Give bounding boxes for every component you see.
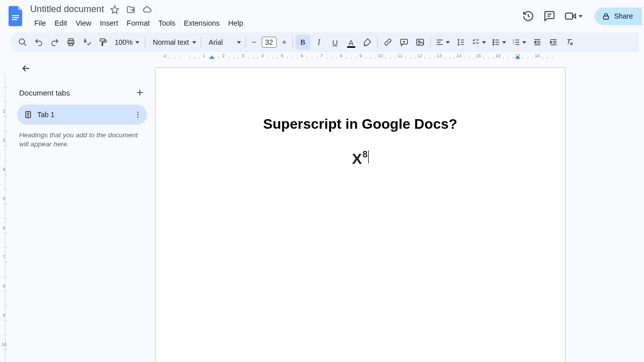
dropdown-arrow-icon bbox=[482, 41, 486, 44]
document-expression[interactable]: X8 bbox=[352, 151, 368, 166]
indent-decrease-button[interactable] bbox=[530, 35, 545, 50]
paragraph-style-select[interactable]: Normal text bbox=[148, 38, 198, 46]
underline-letter: U bbox=[332, 38, 338, 47]
collapse-sidebar-button[interactable] bbox=[17, 59, 35, 77]
sidebar: Document tabs Tab 1 Headings that you ad… bbox=[9, 52, 155, 362]
insert-image-button[interactable] bbox=[413, 35, 428, 50]
zoom-select[interactable]: 100% bbox=[112, 38, 142, 46]
right-indent-marker[interactable] bbox=[515, 55, 520, 59]
tab-more-button[interactable] bbox=[134, 111, 142, 119]
left-indent-marker[interactable] bbox=[209, 55, 214, 59]
font-size-input[interactable]: 32 bbox=[262, 37, 277, 48]
horizontal-ruler[interactable]: -2123456789101112131415161718 bbox=[155, 52, 644, 60]
checklist-button[interactable] bbox=[469, 35, 489, 50]
headings-hint-text: Headings that you add to the document wi… bbox=[17, 125, 147, 155]
font-select[interactable]: Arial bbox=[204, 38, 243, 46]
vertical-ruler: 234567891011 bbox=[0, 58, 9, 362]
font-size-value: 32 bbox=[265, 38, 273, 46]
gdocs-app-icon[interactable] bbox=[7, 5, 25, 27]
svg-point-56 bbox=[137, 116, 138, 117]
svg-rect-6 bbox=[603, 16, 608, 19]
menu-edit[interactable]: Edit bbox=[50, 18, 71, 29]
print-button[interactable] bbox=[63, 35, 78, 50]
menu-view[interactable]: View bbox=[71, 18, 95, 29]
lock-icon bbox=[602, 12, 610, 21]
menu-insert[interactable]: Insert bbox=[96, 18, 122, 29]
comments-icon[interactable] bbox=[543, 10, 555, 22]
svg-rect-2 bbox=[12, 19, 17, 20]
svg-rect-1 bbox=[12, 17, 19, 18]
menu-file[interactable]: File bbox=[30, 18, 50, 29]
clear-formatting-button[interactable] bbox=[562, 35, 577, 50]
share-button[interactable]: Share bbox=[595, 8, 642, 25]
svg-rect-0 bbox=[12, 15, 19, 16]
add-tab-button[interactable] bbox=[135, 87, 145, 98]
svg-text:2: 2 bbox=[513, 41, 515, 44]
insert-link-button[interactable] bbox=[380, 35, 395, 50]
decrease-font-button[interactable] bbox=[249, 35, 260, 50]
menu-bar: File Edit View Insert Format Tools Exten… bbox=[30, 17, 522, 30]
zoom-value: 100% bbox=[115, 38, 133, 46]
svg-point-54 bbox=[137, 112, 138, 113]
svg-point-55 bbox=[137, 114, 138, 115]
history-icon[interactable] bbox=[522, 10, 534, 22]
document-page[interactable]: Superscript in Google Docs? X8 bbox=[155, 67, 566, 362]
document-tabs-title: Document tabs bbox=[19, 88, 70, 97]
highlight-button[interactable] bbox=[360, 35, 375, 50]
expr-superscript: 8 bbox=[363, 149, 368, 160]
star-icon[interactable] bbox=[109, 4, 120, 15]
svg-point-20 bbox=[418, 41, 420, 42]
dropdown-arrow-icon bbox=[579, 15, 583, 18]
dropdown-arrow-icon bbox=[135, 41, 139, 44]
bullet-list-button[interactable] bbox=[490, 35, 509, 50]
svg-point-31 bbox=[493, 44, 494, 45]
menu-help[interactable]: Help bbox=[224, 18, 248, 29]
line-spacing-button[interactable] bbox=[453, 35, 468, 50]
move-icon[interactable] bbox=[125, 4, 136, 15]
insert-comment-button[interactable] bbox=[396, 35, 412, 50]
underline-button[interactable]: U bbox=[328, 35, 343, 50]
text-color-button[interactable]: A bbox=[344, 35, 359, 50]
align-button[interactable] bbox=[433, 35, 452, 50]
dropdown-arrow-icon bbox=[446, 41, 450, 44]
paint-format-button[interactable] bbox=[96, 35, 111, 50]
tab-item-1[interactable]: Tab 1 bbox=[17, 105, 147, 125]
document-title[interactable]: Untitled document bbox=[30, 4, 104, 16]
svg-rect-12 bbox=[100, 39, 105, 41]
dropdown-arrow-icon bbox=[192, 41, 196, 44]
svg-point-29 bbox=[493, 39, 494, 40]
spellcheck-button[interactable] bbox=[79, 35, 95, 50]
bold-button[interactable]: B bbox=[295, 35, 310, 50]
svg-point-30 bbox=[493, 42, 494, 43]
menu-extensions[interactable]: Extensions bbox=[180, 18, 224, 29]
undo-button[interactable] bbox=[31, 35, 46, 50]
tab-label: Tab 1 bbox=[37, 111, 129, 119]
search-menus-button[interactable] bbox=[15, 35, 30, 50]
document-icon bbox=[24, 111, 32, 119]
menu-format[interactable]: Format bbox=[123, 18, 154, 29]
indent-increase-button[interactable] bbox=[546, 35, 561, 50]
expr-base: X bbox=[352, 151, 362, 166]
share-label: Share bbox=[614, 12, 633, 20]
meet-icon[interactable] bbox=[565, 10, 583, 22]
svg-line-8 bbox=[24, 43, 26, 46]
style-value: Normal text bbox=[153, 38, 189, 46]
redo-button[interactable] bbox=[47, 35, 62, 50]
dropdown-arrow-icon bbox=[522, 41, 526, 44]
cloud-status-icon[interactable] bbox=[141, 4, 152, 15]
svg-rect-19 bbox=[417, 39, 424, 45]
text-cursor bbox=[368, 150, 369, 163]
document-heading-text[interactable]: Superscript in Google Docs? bbox=[204, 116, 517, 132]
numbered-list-button[interactable]: 12 bbox=[510, 35, 529, 50]
italic-button[interactable]: I bbox=[311, 35, 327, 50]
increase-font-button[interactable] bbox=[279, 35, 290, 50]
svg-point-7 bbox=[19, 39, 25, 44]
font-value: Arial bbox=[209, 38, 223, 46]
text-color-letter: A bbox=[349, 38, 354, 47]
svg-rect-5 bbox=[566, 13, 573, 19]
dropdown-arrow-icon bbox=[502, 41, 506, 44]
menu-tools[interactable]: Tools bbox=[154, 18, 180, 29]
toolbar: 100% Normal text Arial 32 B I U A 12 bbox=[10, 32, 639, 52]
dropdown-arrow-icon bbox=[237, 41, 241, 44]
